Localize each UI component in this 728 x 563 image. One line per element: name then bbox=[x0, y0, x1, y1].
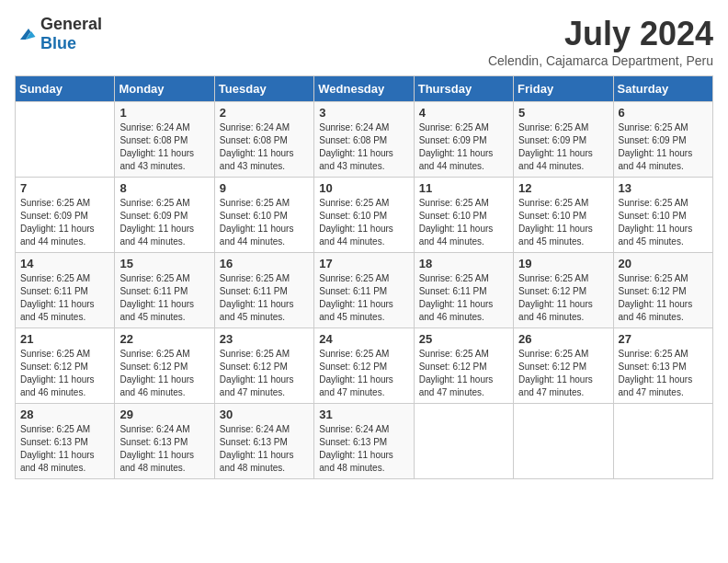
day-detail: Sunrise: 6:25 AM Sunset: 6:11 PM Dayligh… bbox=[119, 272, 209, 324]
day-number: 23 bbox=[220, 332, 309, 346]
week-row-3: 14Sunrise: 6:25 AM Sunset: 6:11 PM Dayli… bbox=[16, 253, 713, 328]
calendar-cell bbox=[414, 404, 513, 479]
day-detail: Sunrise: 6:25 AM Sunset: 6:11 PM Dayligh… bbox=[220, 272, 309, 324]
title-area: July 2024 Celendin, Cajamarca Department… bbox=[488, 15, 713, 68]
day-number: 22 bbox=[119, 332, 209, 346]
day-number: 24 bbox=[319, 332, 408, 346]
calendar-cell: 13Sunrise: 6:25 AM Sunset: 6:10 PM Dayli… bbox=[613, 178, 712, 253]
day-detail: Sunrise: 6:25 AM Sunset: 6:09 PM Dayligh… bbox=[619, 121, 708, 173]
day-detail: Sunrise: 6:25 AM Sunset: 6:13 PM Dayligh… bbox=[20, 423, 109, 475]
day-detail: Sunrise: 6:25 AM Sunset: 6:09 PM Dayligh… bbox=[419, 121, 508, 173]
calendar-cell: 29Sunrise: 6:24 AM Sunset: 6:13 PM Dayli… bbox=[115, 404, 214, 479]
day-number: 3 bbox=[319, 106, 408, 120]
day-number: 27 bbox=[619, 332, 708, 346]
day-detail: Sunrise: 6:25 AM Sunset: 6:12 PM Dayligh… bbox=[220, 348, 309, 399]
day-detail: Sunrise: 6:24 AM Sunset: 6:08 PM Dayligh… bbox=[119, 121, 209, 173]
header-cell-monday: Monday bbox=[115, 76, 214, 102]
day-detail: Sunrise: 6:25 AM Sunset: 6:11 PM Dayligh… bbox=[319, 272, 408, 324]
calendar-cell: 2Sunrise: 6:24 AM Sunset: 6:08 PM Daylig… bbox=[214, 102, 313, 178]
day-detail: Sunrise: 6:25 AM Sunset: 6:10 PM Dayligh… bbox=[220, 197, 309, 248]
calendar-cell: 27Sunrise: 6:25 AM Sunset: 6:13 PM Dayli… bbox=[613, 328, 712, 404]
day-detail: Sunrise: 6:24 AM Sunset: 6:08 PM Dayligh… bbox=[220, 121, 309, 173]
day-number: 21 bbox=[20, 332, 109, 346]
week-row-5: 28Sunrise: 6:25 AM Sunset: 6:13 PM Dayli… bbox=[16, 404, 713, 479]
day-detail: Sunrise: 6:25 AM Sunset: 6:10 PM Dayligh… bbox=[619, 197, 708, 248]
calendar-cell: 4Sunrise: 6:25 AM Sunset: 6:09 PM Daylig… bbox=[414, 102, 513, 178]
day-number: 2 bbox=[220, 106, 309, 120]
month-title: July 2024 bbox=[488, 15, 713, 53]
day-detail: Sunrise: 6:24 AM Sunset: 6:08 PM Dayligh… bbox=[319, 121, 408, 173]
header-cell-wednesday: Wednesday bbox=[314, 76, 414, 102]
header-cell-friday: Friday bbox=[514, 76, 613, 102]
day-number: 11 bbox=[419, 181, 508, 195]
calendar-cell bbox=[613, 404, 712, 479]
calendar-header: SundayMondayTuesdayWednesdayThursdayFrid… bbox=[16, 76, 713, 102]
day-number: 17 bbox=[319, 257, 408, 270]
calendar-cell: 5Sunrise: 6:25 AM Sunset: 6:09 PM Daylig… bbox=[514, 102, 613, 178]
day-detail: Sunrise: 6:25 AM Sunset: 6:09 PM Dayligh… bbox=[518, 121, 608, 173]
day-number: 10 bbox=[319, 181, 408, 195]
day-number: 4 bbox=[419, 106, 508, 120]
header-cell-thursday: Thursday bbox=[414, 76, 513, 102]
logo-text: General Blue bbox=[40, 15, 102, 53]
calendar-cell: 14Sunrise: 6:25 AM Sunset: 6:11 PM Dayli… bbox=[16, 253, 115, 328]
logo-general: General bbox=[40, 15, 102, 33]
calendar-cell: 3Sunrise: 6:24 AM Sunset: 6:08 PM Daylig… bbox=[314, 102, 414, 178]
day-detail: Sunrise: 6:25 AM Sunset: 6:10 PM Dayligh… bbox=[419, 197, 508, 248]
day-number: 14 bbox=[20, 257, 109, 270]
header-cell-sunday: Sunday bbox=[16, 76, 115, 102]
calendar-cell: 12Sunrise: 6:25 AM Sunset: 6:10 PM Dayli… bbox=[514, 178, 613, 253]
calendar-cell: 1Sunrise: 6:24 AM Sunset: 6:08 PM Daylig… bbox=[115, 102, 214, 178]
day-detail: Sunrise: 6:25 AM Sunset: 6:09 PM Dayligh… bbox=[20, 197, 109, 248]
day-number: 8 bbox=[119, 181, 209, 195]
calendar-cell: 24Sunrise: 6:25 AM Sunset: 6:12 PM Dayli… bbox=[314, 328, 414, 404]
calendar-cell: 21Sunrise: 6:25 AM Sunset: 6:12 PM Dayli… bbox=[16, 328, 115, 404]
day-detail: Sunrise: 6:25 AM Sunset: 6:12 PM Dayligh… bbox=[119, 348, 209, 399]
week-row-4: 21Sunrise: 6:25 AM Sunset: 6:12 PM Dayli… bbox=[16, 328, 713, 404]
day-detail: Sunrise: 6:24 AM Sunset: 6:13 PM Dayligh… bbox=[319, 423, 408, 475]
day-detail: Sunrise: 6:25 AM Sunset: 6:10 PM Dayligh… bbox=[319, 197, 408, 248]
calendar-cell: 18Sunrise: 6:25 AM Sunset: 6:11 PM Dayli… bbox=[414, 253, 513, 328]
day-detail: Sunrise: 6:25 AM Sunset: 6:11 PM Dayligh… bbox=[419, 272, 508, 324]
day-detail: Sunrise: 6:25 AM Sunset: 6:09 PM Dayligh… bbox=[119, 197, 209, 248]
page-header: General Blue July 2024 Celendin, Cajamar… bbox=[15, 15, 713, 68]
day-detail: Sunrise: 6:25 AM Sunset: 6:12 PM Dayligh… bbox=[619, 272, 708, 324]
day-detail: Sunrise: 6:24 AM Sunset: 6:13 PM Dayligh… bbox=[220, 423, 309, 475]
calendar-cell: 16Sunrise: 6:25 AM Sunset: 6:11 PM Dayli… bbox=[214, 253, 313, 328]
logo: General Blue bbox=[15, 15, 102, 53]
day-number: 5 bbox=[518, 106, 608, 120]
calendar-cell: 15Sunrise: 6:25 AM Sunset: 6:11 PM Dayli… bbox=[115, 253, 214, 328]
day-detail: Sunrise: 6:25 AM Sunset: 6:10 PM Dayligh… bbox=[518, 197, 608, 248]
day-number: 12 bbox=[518, 181, 608, 195]
day-number: 28 bbox=[20, 408, 109, 421]
location-title: Celendin, Cajamarca Department, Peru bbox=[488, 53, 713, 68]
day-number: 6 bbox=[619, 106, 708, 120]
day-detail: Sunrise: 6:25 AM Sunset: 6:12 PM Dayligh… bbox=[20, 348, 109, 399]
calendar-cell: 7Sunrise: 6:25 AM Sunset: 6:09 PM Daylig… bbox=[16, 178, 115, 253]
header-cell-saturday: Saturday bbox=[613, 76, 712, 102]
calendar-cell: 9Sunrise: 6:25 AM Sunset: 6:10 PM Daylig… bbox=[214, 178, 313, 253]
calendar-cell: 6Sunrise: 6:25 AM Sunset: 6:09 PM Daylig… bbox=[613, 102, 712, 178]
calendar-body: 1Sunrise: 6:24 AM Sunset: 6:08 PM Daylig… bbox=[16, 102, 713, 479]
day-detail: Sunrise: 6:25 AM Sunset: 6:13 PM Dayligh… bbox=[619, 348, 708, 399]
day-detail: Sunrise: 6:25 AM Sunset: 6:12 PM Dayligh… bbox=[518, 348, 608, 399]
day-number: 31 bbox=[319, 408, 408, 421]
calendar-cell: 11Sunrise: 6:25 AM Sunset: 6:10 PM Dayli… bbox=[414, 178, 513, 253]
day-detail: Sunrise: 6:25 AM Sunset: 6:12 PM Dayligh… bbox=[419, 348, 508, 399]
calendar-cell bbox=[16, 102, 115, 178]
day-number: 29 bbox=[119, 408, 209, 421]
header-row: SundayMondayTuesdayWednesdayThursdayFrid… bbox=[16, 76, 713, 102]
calendar-cell: 26Sunrise: 6:25 AM Sunset: 6:12 PM Dayli… bbox=[514, 328, 613, 404]
calendar-cell: 23Sunrise: 6:25 AM Sunset: 6:12 PM Dayli… bbox=[214, 328, 313, 404]
day-detail: Sunrise: 6:25 AM Sunset: 6:12 PM Dayligh… bbox=[518, 272, 608, 324]
week-row-1: 1Sunrise: 6:24 AM Sunset: 6:08 PM Daylig… bbox=[16, 102, 713, 178]
day-detail: Sunrise: 6:24 AM Sunset: 6:13 PM Dayligh… bbox=[119, 423, 209, 475]
calendar-cell: 31Sunrise: 6:24 AM Sunset: 6:13 PM Dayli… bbox=[314, 404, 414, 479]
header-cell-tuesday: Tuesday bbox=[214, 76, 313, 102]
day-number: 15 bbox=[119, 257, 209, 270]
calendar-cell: 20Sunrise: 6:25 AM Sunset: 6:12 PM Dayli… bbox=[613, 253, 712, 328]
calendar-cell: 25Sunrise: 6:25 AM Sunset: 6:12 PM Dayli… bbox=[414, 328, 513, 404]
calendar-cell: 10Sunrise: 6:25 AM Sunset: 6:10 PM Dayli… bbox=[314, 178, 414, 253]
day-number: 9 bbox=[220, 181, 309, 195]
day-number: 13 bbox=[619, 181, 708, 195]
